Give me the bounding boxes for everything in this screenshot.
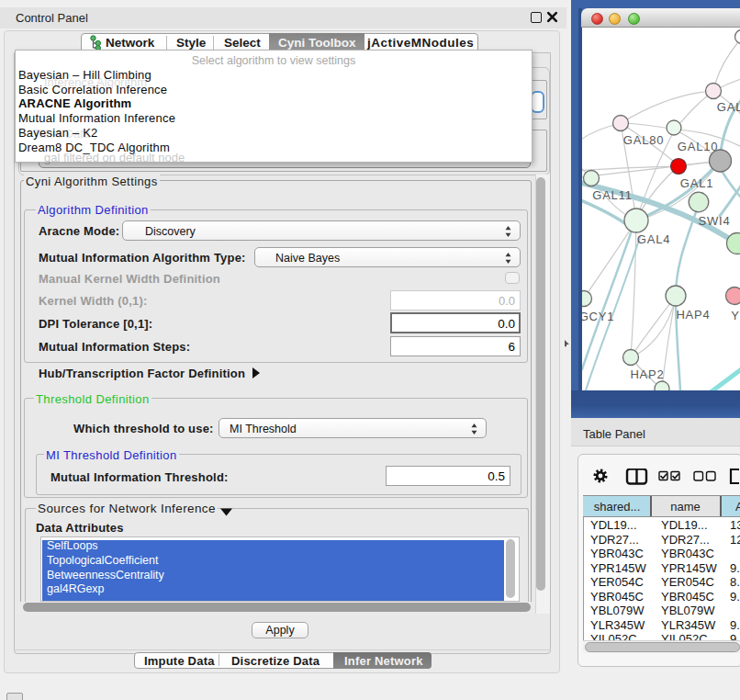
svg-text:SWI4: SWI4 (699, 214, 731, 228)
svg-text:GCY1: GCY1 (582, 310, 614, 323)
svg-text:HAP4: HAP4 (676, 308, 710, 322)
svg-text:Y: Y (731, 309, 739, 322)
svg-text:GAL1: GAL1 (680, 176, 713, 190)
svg-text:GAL7: GAL7 (717, 100, 740, 114)
svg-text:GAL80: GAL80 (623, 133, 664, 147)
svg-text:GAL4: GAL4 (637, 232, 670, 246)
svg-text:GAL10: GAL10 (678, 140, 718, 153)
svg-text:HAP2: HAP2 (630, 367, 664, 381)
svg-text:GAL11: GAL11 (592, 188, 633, 202)
